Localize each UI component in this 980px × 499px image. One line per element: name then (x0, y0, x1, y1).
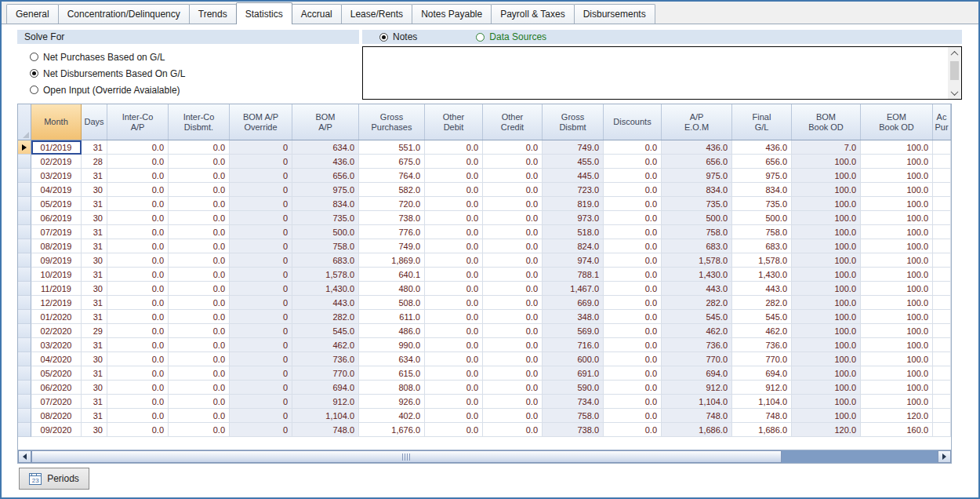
cell-other-debit[interactable]: 0.0 (425, 324, 483, 338)
cell-interco-disbmt[interactable]: 0.0 (169, 140, 230, 155)
tab-accrual[interactable]: Accrual (292, 4, 342, 24)
cell-ap-eom[interactable]: 748.0 (662, 409, 732, 423)
cell-eom-book-od[interactable]: 100.0 (861, 197, 933, 211)
cell-eom-book-od[interactable]: 100.0 (861, 253, 933, 268)
cell-bom-ap-override[interactable]: 0 (230, 225, 292, 239)
scroll-right-button[interactable] (938, 450, 951, 463)
cell-ac-pur[interactable] (933, 352, 951, 366)
cell-ap-eom[interactable]: 1,104.0 (662, 395, 732, 409)
cell-ap-eom[interactable]: 1,578.0 (662, 253, 732, 268)
cell-eom-book-od[interactable]: 100.0 (861, 338, 933, 352)
cell-bom-ap-override[interactable]: 0 (230, 409, 292, 423)
cell-gross-purchases[interactable]: 1,869.0 (359, 253, 425, 268)
cell-interco-disbmt[interactable]: 0.0 (169, 409, 230, 423)
cell-bom-ap[interactable]: 545.0 (292, 324, 359, 338)
cell-interco-ap[interactable]: 0.0 (107, 169, 169, 183)
cell-interco-ap[interactable]: 0.0 (107, 395, 169, 409)
cell-month[interactable]: 01/2019 (31, 140, 82, 155)
row-header[interactable] (18, 239, 31, 253)
cell-days[interactable]: 31 (82, 140, 107, 155)
solve-for-option-net-disbursements-based-on-g-l[interactable]: Net Disbursements Based On G/L (30, 65, 185, 82)
cell-gross-purchases[interactable]: 615.0 (359, 366, 425, 381)
cell-month[interactable]: 08/2020 (31, 409, 82, 423)
cell-bom-book-od[interactable]: 100.0 (792, 310, 861, 324)
row-header[interactable] (18, 409, 31, 423)
column-header-gross-purchases[interactable]: GrossPurchases (359, 104, 425, 140)
row-header[interactable] (18, 296, 31, 310)
cell-other-credit[interactable]: 0.0 (483, 140, 543, 155)
cell-ap-eom[interactable]: 282.0 (662, 296, 732, 310)
cell-interco-ap[interactable]: 0.0 (107, 211, 169, 225)
cell-bom-ap[interactable]: 735.0 (292, 211, 359, 225)
cell-days[interactable]: 30 (82, 423, 107, 437)
notes-scroll-down-button[interactable] (948, 86, 961, 99)
cell-days[interactable]: 31 (82, 366, 107, 381)
cell-interco-ap[interactable]: 0.0 (107, 296, 169, 310)
cell-eom-book-od[interactable]: 100.0 (861, 268, 933, 282)
cell-bom-book-od[interactable]: 100.0 (792, 155, 861, 169)
cell-final-gl[interactable]: 1,104.0 (732, 395, 792, 409)
cell-days[interactable]: 28 (82, 155, 107, 169)
tab-concentration-delinquency[interactable]: Concentration/Delinquency (58, 4, 190, 24)
row-header[interactable] (18, 423, 31, 437)
cell-eom-book-od[interactable]: 100.0 (861, 366, 933, 381)
cell-bom-book-od[interactable]: 100.0 (792, 211, 861, 225)
cell-other-debit[interactable]: 0.0 (425, 211, 483, 225)
cell-other-credit[interactable]: 0.0 (483, 268, 543, 282)
cell-ac-pur[interactable] (933, 211, 951, 225)
cell-bom-ap-override[interactable]: 0 (230, 338, 292, 352)
row-header[interactable] (18, 352, 31, 366)
cell-gross-disbmt[interactable]: 669.0 (543, 296, 604, 310)
cell-bom-ap-override[interactable]: 0 (230, 155, 292, 169)
cell-interco-ap[interactable]: 0.0 (107, 140, 169, 155)
cell-other-credit[interactable]: 0.0 (483, 155, 543, 169)
cell-gross-disbmt[interactable]: 600.0 (543, 352, 604, 366)
cell-month[interactable]: 11/2019 (31, 282, 82, 296)
cell-gross-purchases[interactable]: 486.0 (359, 324, 425, 338)
cell-month[interactable]: 12/2019 (31, 296, 82, 310)
cell-other-debit[interactable]: 0.0 (425, 197, 483, 211)
row-header[interactable] (18, 310, 31, 324)
cell-interco-ap[interactable]: 0.0 (107, 225, 169, 239)
cell-days[interactable]: 30 (82, 381, 107, 395)
tab-payroll-taxes[interactable]: Payroll & Taxes (491, 4, 574, 24)
cell-bom-book-od[interactable]: 100.0 (792, 381, 861, 395)
cell-interco-ap[interactable]: 0.0 (107, 366, 169, 381)
cell-days[interactable]: 31 (82, 225, 107, 239)
cell-gross-purchases[interactable]: 808.0 (359, 381, 425, 395)
cell-discounts[interactable]: 0.0 (604, 395, 662, 409)
cell-gross-purchases[interactable]: 582.0 (359, 183, 425, 197)
cell-other-credit[interactable]: 0.0 (483, 395, 543, 409)
cell-other-debit[interactable]: 0.0 (425, 169, 483, 183)
cell-discounts[interactable]: 0.0 (604, 282, 662, 296)
cell-eom-book-od[interactable]: 100.0 (861, 381, 933, 395)
row-header[interactable] (18, 197, 31, 211)
cell-other-credit[interactable]: 0.0 (483, 423, 543, 437)
cell-days[interactable]: 30 (82, 282, 107, 296)
cell-bom-ap[interactable]: 683.0 (292, 253, 359, 268)
cell-discounts[interactable]: 0.0 (604, 324, 662, 338)
cell-discounts[interactable]: 0.0 (604, 381, 662, 395)
cell-final-gl[interactable]: 770.0 (732, 352, 792, 366)
cell-other-credit[interactable]: 0.0 (483, 366, 543, 381)
horizontal-scrollbar-track[interactable] (782, 450, 938, 463)
cell-month[interactable]: 09/2020 (31, 423, 82, 437)
cell-gross-purchases[interactable]: 926.0 (359, 395, 425, 409)
cell-other-debit[interactable]: 0.0 (425, 183, 483, 197)
cell-ac-pur[interactable] (933, 239, 951, 253)
periods-button[interactable]: 23 Periods (19, 468, 89, 490)
cell-discounts[interactable]: 0.0 (604, 140, 662, 155)
cell-gross-disbmt[interactable]: 824.0 (543, 239, 604, 253)
cell-bom-book-od[interactable]: 100.0 (792, 197, 861, 211)
column-header-other-credit[interactable]: OtherCredit (483, 104, 543, 140)
cell-gross-purchases[interactable]: 776.0 (359, 225, 425, 239)
cell-discounts[interactable]: 0.0 (604, 155, 662, 169)
cell-interco-disbmt[interactable]: 0.0 (169, 338, 230, 352)
cell-ap-eom[interactable]: 1,686.0 (662, 423, 732, 437)
cell-eom-book-od[interactable]: 100.0 (861, 169, 933, 183)
cell-eom-book-od[interactable]: 100.0 (861, 395, 933, 409)
cell-discounts[interactable]: 0.0 (604, 253, 662, 268)
cell-ac-pur[interactable] (933, 197, 951, 211)
cell-bom-book-od[interactable]: 100.0 (792, 395, 861, 409)
cell-eom-book-od[interactable]: 100.0 (861, 282, 933, 296)
